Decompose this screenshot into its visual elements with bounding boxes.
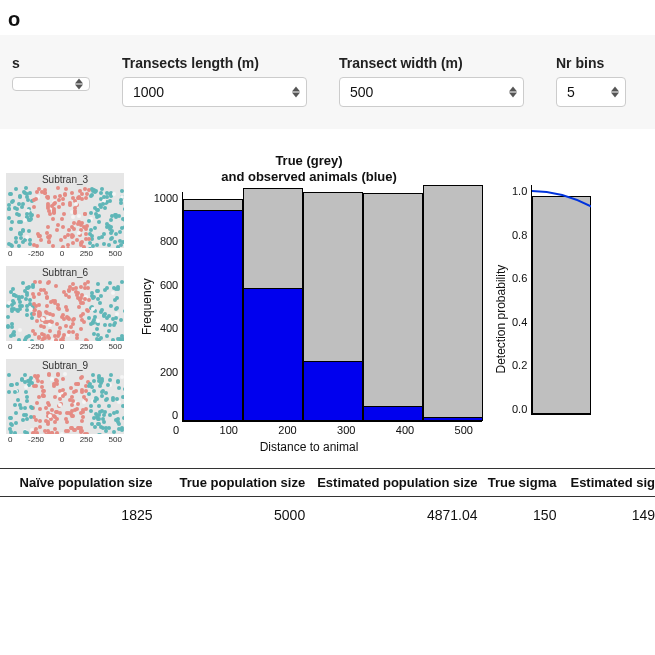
controls-panel: s Transects length (m) 1000 Transect wid…: [0, 35, 655, 129]
subtransect-panel: Subtran_9 0-2500250500: [6, 359, 124, 444]
subtransect-xaxis: 0-2500250500: [6, 341, 124, 351]
histogram-xlabel: Distance to animal: [260, 440, 359, 454]
subtransect-plot: [6, 186, 124, 248]
histogram-panel: True (grey)and observed animals (blue) F…: [134, 153, 484, 454]
histogram-xticks: 0100200300400500: [173, 424, 473, 436]
subtransect-title: Subtran_6: [6, 266, 124, 279]
detection-plot: [531, 185, 591, 415]
select-nr-bins[interactable]: 5: [556, 77, 626, 107]
col-header: True sigma: [488, 475, 567, 490]
detection-prob-panel: Detection probability 1.00.80.60.40.20.0: [494, 185, 604, 454]
detection-bar: [532, 196, 591, 415]
select-cropped[interactable]: [12, 77, 90, 91]
cell-tsig: 150: [488, 507, 567, 523]
cell-esig: 149: [566, 507, 655, 523]
histogram-ylabel: Frequency: [136, 192, 154, 422]
subtransect-panel: Subtran_3 0-2500250500: [6, 173, 124, 258]
histogram-title: True (grey)and observed animals (blue): [221, 153, 397, 186]
select-transects-length[interactable]: 1000: [122, 77, 307, 107]
label-transect-width: Transect width (m): [339, 55, 524, 71]
updown-icon: [292, 87, 300, 98]
cell-naive: 1825: [0, 507, 163, 523]
col-header: True population size: [163, 475, 316, 490]
subtransect-xaxis: 0-2500250500: [6, 248, 124, 258]
label-nr-bins: Nr bins: [556, 55, 626, 71]
updown-icon: [509, 87, 517, 98]
page-title-fragment: o: [0, 0, 655, 35]
select-transect-width[interactable]: 500: [339, 77, 524, 107]
select-value: 1000: [133, 84, 164, 100]
subtransect-plot: [6, 372, 124, 434]
results-data-row: 1825 5000 4871.04 150 149: [0, 497, 655, 523]
col-header: Naïve population size: [0, 475, 163, 490]
control-nr-bins: Nr bins 5: [556, 55, 626, 107]
control-label-fragment: s: [12, 55, 90, 71]
cell-est: 4871.04: [315, 507, 487, 523]
histogram-plot: [182, 192, 482, 422]
detection-yticks: 1.00.80.60.40.20.0: [508, 185, 531, 415]
updown-icon: [75, 79, 83, 90]
subtransect-title: Subtran_3: [6, 173, 124, 186]
updown-icon: [611, 87, 619, 98]
subtransect-panel: Subtran_6 0-2500250500: [6, 266, 124, 351]
plots-row: Subtran_3 0-2500250500 Subtran_6 0-25002…: [0, 129, 655, 458]
detection-ylabel: Detection probability: [494, 185, 508, 454]
control-cropped-left: s: [12, 55, 90, 91]
subtransect-column: Subtran_3 0-2500250500 Subtran_6 0-25002…: [6, 173, 124, 454]
col-header: Estimated population size: [315, 475, 487, 490]
subtransect-xaxis: 0-2500250500: [6, 434, 124, 444]
control-transects-length: Transects length (m) 1000: [122, 55, 307, 107]
label-transects-length: Transects length (m): [122, 55, 307, 71]
results-header-row: Naïve population size True population si…: [0, 475, 655, 497]
histogram-yticks: 10008006004002000: [154, 192, 182, 422]
cell-true: 5000: [163, 507, 316, 523]
select-value: 5: [567, 84, 575, 100]
select-value: 500: [350, 84, 373, 100]
subtransect-plot: [6, 279, 124, 341]
col-header: Estimated sig: [566, 475, 655, 490]
control-transect-width: Transect width (m) 500: [339, 55, 524, 107]
results-table: Naïve population size True population si…: [0, 468, 655, 523]
subtransect-title: Subtran_9: [6, 359, 124, 372]
